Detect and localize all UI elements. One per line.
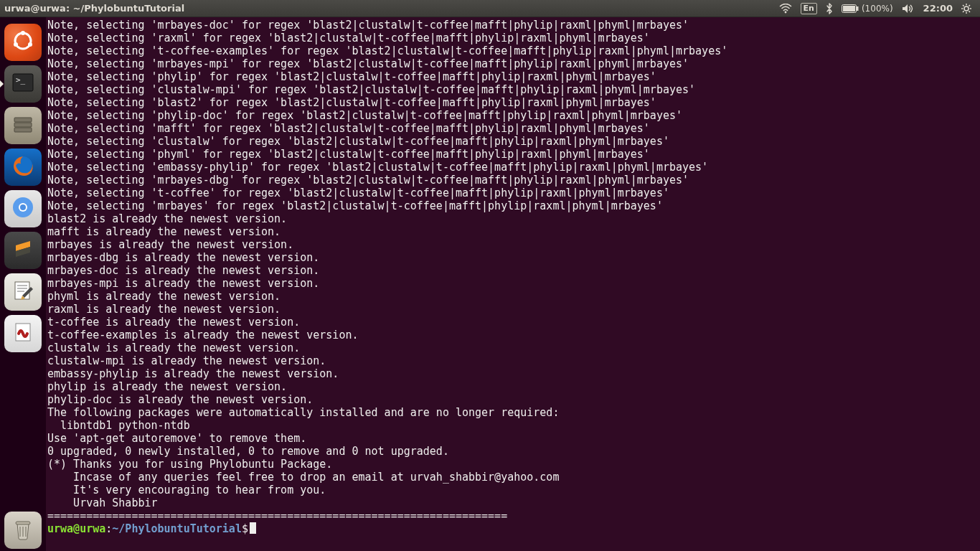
prompt-colon: : [105,522,112,535]
svg-line-12 [963,11,964,12]
svg-rect-21 [14,128,32,132]
terminal-line: 0 upgraded, 0 newly installed, 0 to remo… [47,445,979,458]
terminal-line: Incase of any queries feel free to drop … [47,471,979,484]
terminal-line: t-coffee is already the newest version. [47,316,979,329]
trash-icon [11,517,35,544]
svg-point-15 [28,42,32,47]
terminal-line: Note, selecting 'phylip-doc' for regex '… [47,109,979,122]
terminal-line: Note, selecting 'mafft' for regex 'blast… [47,122,979,135]
terminal-line: It's very encouraging to hear from you. [47,484,979,496]
terminal-line: Note, selecting 't-coffee-examples' for … [47,44,979,57]
terminal-icon: >_ [11,70,35,98]
terminal-line: libntdb1 python-ntdb [47,419,979,432]
svg-rect-20 [14,123,32,127]
battery-percent: (100%) [862,4,893,14]
prompt-path: ~/PhylobuntuTutorial [112,522,242,535]
evince-icon [11,321,34,347]
terminal-line: Note, selecting 'phylip' for regex 'blas… [47,70,979,83]
launcher-firefox[interactable] [4,149,42,186]
terminal-line: mafft is already the newest version. [47,225,979,238]
volume-icon [902,4,915,14]
terminal-line: phylip-doc is already the newest version… [47,393,979,406]
gear-icon [961,4,971,14]
svg-line-9 [963,5,964,6]
terminal-line: mrbayes is already the newest version. [47,238,979,251]
terminal-line: Note, selecting 'clustalw' for regex 'bl… [47,135,979,148]
launcher-sublime[interactable] [4,232,42,269]
launcher-files[interactable] [4,107,42,144]
terminal-line: mrbayes-doc is already the newest versio… [47,264,979,277]
battery-indicator[interactable]: (100%) [837,4,897,14]
clock[interactable]: 22:00 [919,3,957,14]
terminal-line: phyml is already the newest version. [47,290,979,303]
wifi-icon [779,4,792,14]
terminal-line: Note, selecting 'mrbayes-dbg' for regex … [47,174,979,187]
prompt-dollar: $ [242,522,248,535]
terminal-prompt[interactable]: urwa@urwa:~/PhylobuntuTutorial$ [47,522,979,535]
terminal-line: Note, selecting 'raxml' for regex 'blast… [47,32,979,44]
bluetooth-icon [826,3,833,14]
svg-point-16 [14,42,18,47]
clock-time: 22:00 [923,3,953,14]
network-indicator[interactable] [775,4,796,14]
launcher-chromium[interactable] [4,190,42,227]
terminal-line: Use 'apt-get autoremove' to remove them. [47,432,979,445]
terminal-line: Note, selecting 'embassy-phylip' for reg… [47,161,979,174]
terminal-line: Note, selecting 'blast2' for regex 'blas… [47,96,979,109]
terminal-line: ========================================… [47,509,979,522]
launcher: >_ [0,17,46,551]
files-icon [11,112,35,139]
bluetooth-indicator[interactable] [821,3,837,14]
terminal-line: blast2 is already the newest version. [47,212,979,225]
launcher-gedit[interactable] [4,273,42,311]
svg-point-14 [21,31,25,35]
top-panel: urwa@urwa: ~/PhylobuntuTutorial En [0,0,980,17]
terminal-line: clustalw-mpi is already the newest versi… [47,354,979,367]
sound-indicator[interactable] [897,4,919,14]
launcher-terminal[interactable]: >_ [4,65,42,103]
terminal-line: clustalw is already the newest version. [47,342,979,354]
firefox-icon [10,153,36,182]
terminal-line: embassy-phylip is already the newest ver… [47,367,979,380]
terminal-line: The following packages were automaticall… [47,406,979,419]
dash-icon [11,29,35,56]
language-indicator[interactable]: En [796,3,821,14]
svg-rect-2 [857,6,859,11]
window-title: urwa@urwa: ~/PhylobuntuTutorial [4,3,184,14]
terminal-line: Urvah Shabbir [47,496,979,509]
svg-point-13 [15,33,31,49]
terminal[interactable]: Note, selecting 'mrbayes-doc' for regex … [46,17,980,551]
language-label: En [801,3,817,14]
terminal-line: Note, selecting 'phyml' for regex 'blast… [47,148,979,161]
battery-icon [842,4,859,13]
launcher-dash[interactable] [4,24,42,61]
terminal-line: mrbayes-mpi is already the newest versio… [47,277,979,290]
prompt-userhost: urwa@urwa [47,522,105,535]
terminal-line: t-coffee-examples is already the newest … [47,329,979,342]
svg-point-0 [784,11,786,13]
launcher-evince[interactable] [4,315,42,352]
svg-point-4 [964,6,969,11]
svg-text:>_: >_ [16,75,26,85]
svg-rect-19 [14,118,32,122]
terminal-cursor [250,522,256,534]
terminal-line: (*) Thanks you for using Phylobuntu Pack… [47,458,979,471]
terminal-line: Note, selecting 'clustalw-mpi' for regex… [47,83,979,96]
chromium-icon [10,194,36,223]
svg-point-25 [20,204,26,210]
launcher-trash[interactable] [4,512,42,549]
terminal-line: Note, selecting 'mrbayes-mpi' for regex … [47,57,979,70]
svg-rect-31 [16,522,30,524]
svg-line-11 [969,5,970,6]
terminal-line: mrbayes-dbg is already the newest versio… [47,251,979,264]
sublime-icon [12,238,34,263]
gedit-icon [11,279,34,305]
terminal-line: Note, selecting 'mrbayes' for regex 'bla… [47,199,979,212]
svg-rect-3 [843,6,855,11]
terminal-line: phylip is already the newest version. [47,380,979,393]
terminal-line: raxml is already the newest version. [47,303,979,316]
svg-line-10 [969,11,970,12]
terminal-line: Note, selecting 't-coffee' for regex 'bl… [47,187,979,199]
session-indicator[interactable] [957,4,976,14]
terminal-line: Note, selecting 'mrbayes-doc' for regex … [47,19,979,32]
